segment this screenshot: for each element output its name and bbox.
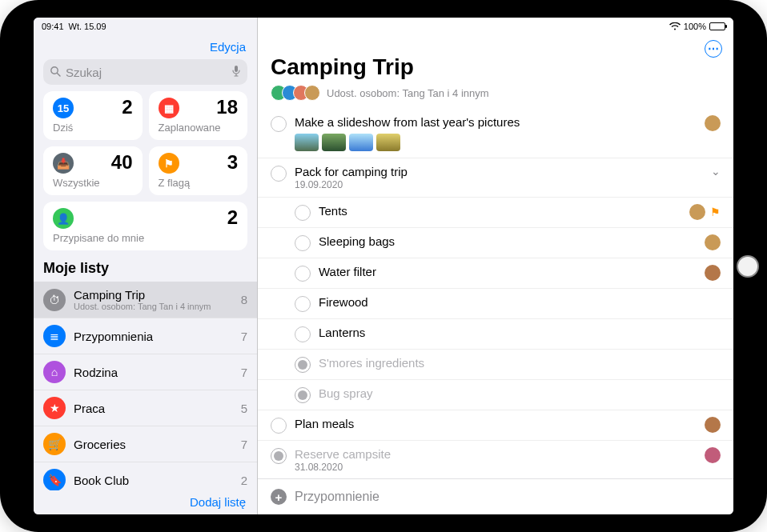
complete-toggle[interactable] <box>271 448 287 464</box>
avatar <box>304 85 320 101</box>
list-item[interactable]: 🔖 Book Club 2 <box>34 462 257 490</box>
list-item-title: Przypomnienia <box>74 330 233 343</box>
task-date: 31.08.2020 <box>295 462 697 473</box>
assignee-avatar <box>705 115 721 131</box>
list-item-count: 5 <box>241 402 247 415</box>
list-item-count: 7 <box>241 438 247 451</box>
thumbnail[interactable] <box>295 134 319 151</box>
list-item-title: Groceries <box>74 438 233 451</box>
complete-toggle[interactable] <box>271 116 287 132</box>
mic-icon[interactable] <box>231 65 241 80</box>
complete-toggle[interactable] <box>295 296 311 312</box>
subtask-row[interactable]: Firewood <box>258 289 733 319</box>
subtask-row[interactable]: Tents ⚑ <box>258 198 733 228</box>
task-row[interactable]: Pack for camping trip 19.09.2020 ⌄ <box>258 158 733 198</box>
task-title: Reserve campsite <box>295 447 697 461</box>
list-item[interactable]: ≣ Przypomnienia 7 <box>34 318 257 354</box>
new-reminder-button[interactable]: + Przypomnienie <box>258 478 733 514</box>
card-count: 40 <box>111 151 133 174</box>
list-item[interactable]: ⏱ Camping Trip Udost. osobom: Tang Tan i… <box>34 282 257 318</box>
svg-line-1 <box>57 73 60 76</box>
list-item[interactable]: ★ Praca 5 <box>34 390 257 426</box>
card-icon: ⚑ <box>159 153 179 174</box>
task-date: 19.09.2020 <box>295 179 703 190</box>
task-row[interactable]: Make a slideshow from last year's pictur… <box>258 109 733 158</box>
card-label: Wszystkie <box>53 177 133 189</box>
list-item-title: Praca <box>74 402 233 415</box>
list-title: Camping Trip <box>258 40 733 85</box>
list-item[interactable]: ⌂ Rodzina 7 <box>34 354 257 390</box>
task-title: Water filter <box>319 265 697 278</box>
complete-toggle[interactable] <box>295 205 311 221</box>
add-list-button[interactable]: Dodaj listę <box>190 495 246 509</box>
list-item-count: 7 <box>241 330 247 343</box>
subtask-row[interactable]: Lanterns <box>258 319 733 350</box>
task-title: Sleeping bags <box>319 234 697 248</box>
smart-list-card[interactable]: 📥 40 Wszystkie <box>43 146 143 195</box>
task-row[interactable]: Reserve campsite 31.08.2020 <box>258 441 733 478</box>
complete-toggle[interactable] <box>295 357 311 373</box>
card-label: Zaplanowane <box>159 122 239 134</box>
list-item[interactable]: 🛒 Groceries 7 <box>34 426 257 462</box>
card-label: Dziś <box>53 122 133 134</box>
list-item-title: Book Club <box>74 474 233 487</box>
list-icon: ⏱ <box>43 289 66 311</box>
task-title: Pack for camping trip <box>295 165 703 178</box>
complete-toggle[interactable] <box>271 418 287 434</box>
thumbnail[interactable] <box>349 134 373 151</box>
chevron-down-icon[interactable]: ⌄ <box>711 165 721 178</box>
list-item-count: 7 <box>241 366 247 379</box>
subtask-row[interactable]: Bug spray <box>258 380 733 410</box>
list-item-title: Camping Trip <box>74 288 233 302</box>
subtask-row[interactable]: Sleeping bags <box>258 228 733 258</box>
task-title: Firewood <box>319 295 713 309</box>
smart-list-card[interactable]: 15 2 Dziś <box>43 91 143 140</box>
complete-toggle[interactable] <box>295 266 311 282</box>
smart-list-card[interactable]: ▦ 18 Zaplanowane <box>149 91 248 140</box>
wifi-icon <box>669 22 681 30</box>
subtask-row[interactable]: S'mores ingredients <box>258 350 733 380</box>
complete-toggle[interactable] <box>295 387 311 403</box>
status-date: Wt. 15.09 <box>69 22 106 31</box>
task-title: S'mores ingredients <box>319 356 713 370</box>
card-count: 3 <box>227 151 238 174</box>
assigned-card[interactable]: 👤 2 Przypisane do mnie <box>43 202 247 250</box>
status-bar: 09:41 Wt. 15.09 100% <box>34 18 733 35</box>
card-label: Przypisane do mnie <box>53 232 238 244</box>
card-count: 2 <box>122 96 132 118</box>
assignee-avatar <box>705 447 721 463</box>
task-title: Bug spray <box>319 386 713 400</box>
card-label: Z flagą <box>159 177 239 189</box>
flag-icon: ⚑ <box>710 206 721 218</box>
search-icon <box>50 66 61 79</box>
assignee-avatar <box>689 204 705 220</box>
assignee-avatar <box>705 265 721 281</box>
shared-row[interactable]: Udost. osobom: Tang Tan i 4 innym <box>258 85 733 109</box>
battery-icon <box>709 22 725 30</box>
complete-toggle[interactable] <box>271 166 287 182</box>
list-icon: ★ <box>43 397 66 419</box>
task-row[interactable]: Plan meals <box>258 410 733 441</box>
sidebar: Edycja Szukaj 15 2 Dziś ▦ 18 Zaplanowane… <box>34 18 258 514</box>
main-panel: ⋯ Camping Trip Udost. osobom: Tang Tan i… <box>258 18 733 514</box>
list-item-count: 8 <box>241 293 247 306</box>
task-title: Plan meals <box>295 417 697 430</box>
my-lists-header: Moje listy <box>34 250 257 282</box>
complete-toggle[interactable] <box>295 326 311 342</box>
complete-toggle[interactable] <box>295 235 311 251</box>
edit-button[interactable]: Edycja <box>210 40 246 54</box>
smart-list-card[interactable]: ⚑ 3 Z flagą <box>149 146 248 195</box>
thumbnail[interactable] <box>376 134 400 151</box>
list-icon: ⌂ <box>43 361 66 383</box>
more-button[interactable]: ⋯ <box>705 40 722 58</box>
plus-icon: + <box>271 489 287 505</box>
list-item-count: 2 <box>241 474 247 487</box>
shared-text: Udost. osobom: Tang Tan i 4 innym <box>327 87 489 99</box>
list-icon: 🔖 <box>43 469 66 490</box>
subtask-row[interactable]: Water filter <box>258 258 733 289</box>
search-placeholder: Szukaj <box>66 66 102 79</box>
home-button[interactable] <box>737 255 759 278</box>
search-input[interactable]: Szukaj <box>43 59 247 85</box>
thumbnail[interactable] <box>322 134 346 151</box>
list-item-title: Rodzina <box>74 366 233 379</box>
